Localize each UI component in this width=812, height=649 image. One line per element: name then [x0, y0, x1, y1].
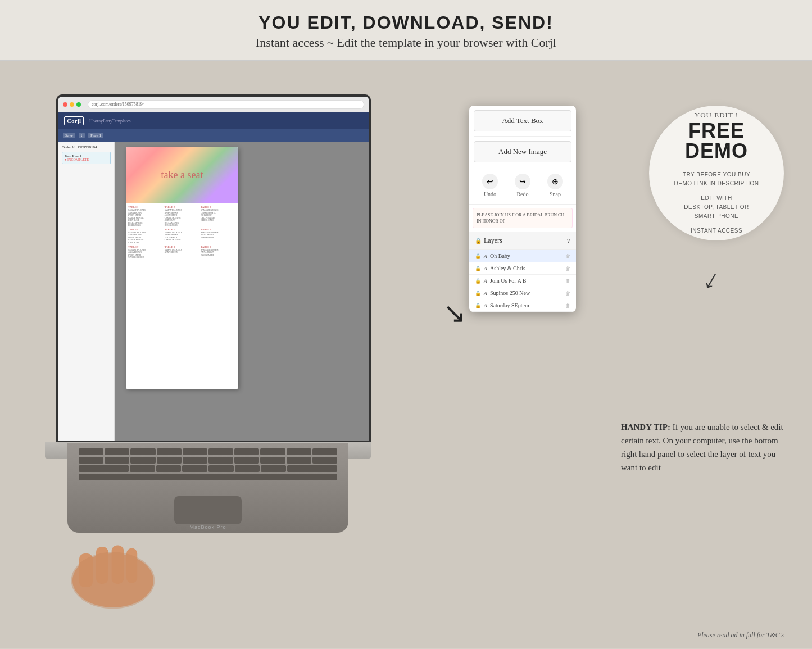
incomplete-label: ● INCOMPLETE: [65, 158, 108, 161]
layers-header[interactable]: 🔒 Layers ∨: [469, 232, 576, 250]
toolbar-zoom[interactable]: Page 1: [88, 133, 103, 138]
key: [156, 465, 182, 472]
layer-name-saturday: Saturday SEptem: [490, 302, 565, 308]
redo-label: Redo: [516, 191, 528, 197]
key: [157, 457, 182, 464]
demo-demo: DEMO: [685, 141, 748, 161]
layer-item-saturday[interactable]: 🔒 A Saturday SEptem 🗑: [469, 299, 576, 312]
panel-toolbar: ↩ Undo ↪ Redo ⊕ Snap: [469, 167, 576, 205]
layer-item-ashley[interactable]: 🔒 A Ashley & Chris 🗑: [469, 262, 576, 275]
layer-lock-icon: 🔒: [475, 303, 481, 308]
layer-lock-icon: 🔒: [475, 266, 481, 271]
arrow-down-curve: ↙: [443, 297, 466, 329]
table-col-9: TABLE 9 SAMANTHA JONESANNA BROWNJASON SM…: [201, 246, 236, 259]
key: [261, 465, 286, 472]
top-banner: YOU EDIT, DOWNLOAD, SEND! Instant access…: [0, 0, 812, 61]
corjl-header: Corjl HoorayPartyTemplates: [58, 112, 369, 129]
key: [130, 448, 155, 455]
layer-delete-icon[interactable]: 🗑: [565, 266, 570, 271]
layer-type-a: A: [484, 278, 487, 284]
layer-delete-icon[interactable]: 🗑: [565, 253, 570, 259]
panel-divider-1: [474, 136, 571, 137]
snap-label: Snap: [550, 191, 561, 197]
table-col-3: TABLE 3 SAMANTHA JONESCARRIE MONTAJOHN H…: [201, 206, 236, 227]
key: [208, 465, 234, 472]
maximize-dot: [76, 102, 81, 107]
table-col-1: TABLE 1 SAMANTHA JONESANNA BROWNJASON SM…: [128, 206, 164, 227]
key-row-3: [79, 465, 337, 472]
seating-chart: take a seat TABLE 1 SAMANTHA JONESANNA B…: [126, 147, 238, 389]
redo-tool[interactable]: ↪ Redo: [515, 174, 530, 197]
main-content: corjl.com/orders/1509758194 Corjl Hooray…: [0, 61, 812, 648]
layer-type-a: A: [484, 303, 487, 308]
free-demo-circle: YOU EDIT ! FREE DEMO TRY BEFORE YOU BUY …: [649, 106, 784, 240]
layer-item-oh-baby[interactable]: 🔒 A Oh Baby 🗑: [469, 250, 576, 262]
text-preview: PLEASE JOIN US F OR A BRIDAL BRUN CH IN …: [473, 208, 573, 228]
handy-tip-text: HANDY TIP: If you are unable to select &…: [621, 420, 784, 474]
keyboard-grid: [67, 443, 348, 486]
demo-link: DEMO LINK IN DESCRIPTION: [674, 179, 759, 188]
layer-type-a: A: [484, 266, 487, 271]
demo-instant-access: INSTANT ACCESS: [691, 226, 742, 235]
key-enter: [287, 465, 337, 472]
chevron-down-icon: ∨: [566, 238, 570, 244]
order-id: Order Id: 1509758194: [62, 145, 111, 149]
chart-title: take a seat: [161, 170, 203, 181]
layer-item-join[interactable]: 🔒 A Join Us For A B 🗑: [469, 275, 576, 287]
key: [105, 457, 129, 464]
demo-edit-with: EDIT WITH: [701, 194, 732, 203]
key: [312, 448, 337, 455]
layer-lock-icon: 🔒: [475, 253, 481, 259]
table-col-7: TABLE 7 SAMANTHA JONESANNA BROWNJASON SM…: [128, 246, 164, 259]
add-new-image-button[interactable]: Add New Image: [474, 141, 571, 162]
layer-name-ashley: Ashley & Chris: [490, 265, 565, 271]
sidebar-item[interactable]: Item Row 1 ● INCOMPLETE: [62, 152, 111, 164]
table-col-6: TABLE 6 SAMANTHA JONESANNA BROWNJASON SM…: [201, 228, 236, 244]
key: [287, 457, 311, 464]
demo-devices: DESKTOP, TABLET OR: [684, 203, 749, 212]
svg-point-5: [71, 552, 155, 609]
key-row-2: [79, 457, 337, 464]
arrow-circle-to-tip: ↓: [698, 262, 727, 297]
chart-floral-top: take a seat: [126, 147, 238, 203]
key: [234, 448, 259, 455]
key: [105, 448, 129, 455]
redo-icon: ↪: [515, 174, 530, 189]
browser-bar: corjl.com/orders/1509758194: [58, 97, 369, 112]
demo-smart-phone: SMART PHONE: [695, 212, 738, 221]
key: [130, 465, 155, 472]
layer-delete-icon[interactable]: 🗑: [565, 303, 570, 308]
add-text-box-button[interactable]: Add Text Box: [474, 110, 571, 131]
address-bar[interactable]: corjl.com/orders/1509758194: [88, 100, 364, 109]
demo-try-before: TRY BEFORE YOU BUY: [683, 170, 750, 179]
key-caps: [79, 465, 129, 472]
layer-delete-icon[interactable]: 🗑: [565, 291, 570, 296]
toolbar-save[interactable]: Save: [63, 133, 75, 138]
key: [260, 457, 285, 464]
key: [208, 457, 233, 464]
laptop-mockup: corjl.com/orders/1509758194 Corjl Hooray…: [22, 94, 393, 555]
snap-tool[interactable]: ⊕ Snap: [547, 174, 563, 197]
preview-text: PLEASE JOIN US F OR A BRIDAL BRUN CH IN …: [477, 212, 564, 224]
key: [260, 448, 285, 455]
layer-name-join: Join Us For A B: [490, 278, 565, 284]
toolbar-download[interactable]: ↓: [79, 133, 85, 138]
close-dot: [63, 102, 67, 107]
undo-tool[interactable]: ↩ Undo: [482, 174, 498, 197]
layers-title: Layers: [484, 237, 566, 245]
minimize-dot: [70, 102, 74, 107]
key: [130, 457, 155, 464]
corjl-logo: Corjl: [64, 116, 84, 125]
laptop-screen: corjl.com/orders/1509758194 Corjl Hooray…: [56, 94, 371, 443]
key: [312, 457, 337, 464]
undo-label: Undo: [484, 191, 496, 197]
key: [183, 448, 207, 455]
layer-delete-icon[interactable]: 🗑: [565, 278, 570, 284]
corjl-toolbar: Save ↓ Page 1: [58, 129, 369, 142]
key: [183, 457, 207, 464]
snap-icon: ⊕: [547, 174, 563, 189]
layer-item-supinos[interactable]: 🔒 A Supinos 250 New 🗑: [469, 287, 576, 299]
screen-content: corjl.com/orders/1509758194 Corjl Hooray…: [58, 97, 369, 441]
screen-main: take a seat TABLE 1 SAMANTHA JONESANNA B…: [115, 142, 369, 441]
undo-icon: ↩: [482, 174, 498, 189]
